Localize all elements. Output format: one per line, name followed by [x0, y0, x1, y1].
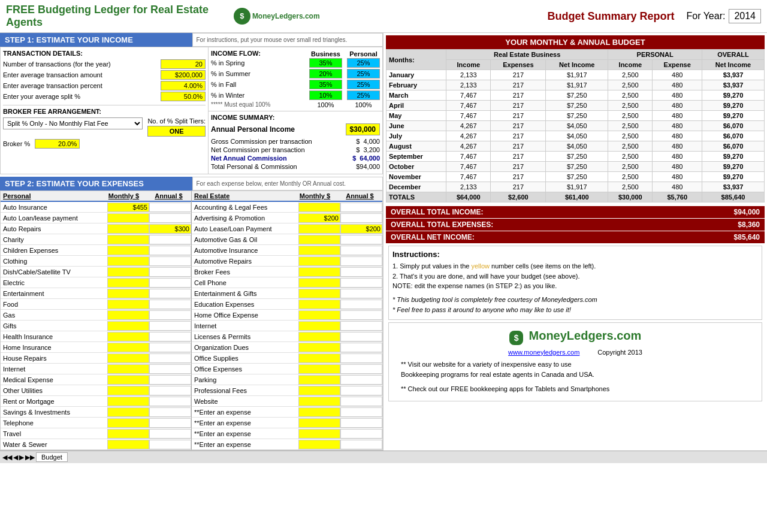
re-expense-monthly-input[interactable] — [298, 386, 340, 395]
expense-monthly-input[interactable] — [107, 224, 149, 234]
re-expense-annual-input[interactable] — [340, 310, 382, 320]
expense-monthly-input[interactable] — [107, 332, 149, 341]
re-expense-annual-input[interactable] — [340, 300, 382, 309]
expense-monthly-input[interactable] — [107, 418, 149, 428]
expense-monthly-input[interactable] — [107, 289, 149, 298]
re-expense-monthly-input[interactable] — [298, 418, 340, 428]
expense-monthly-input[interactable] — [107, 213, 149, 223]
re-expense-annual-input[interactable] — [340, 289, 382, 298]
expense-monthly-input[interactable] — [107, 256, 149, 266]
re-expense-annual-input[interactable] — [340, 267, 382, 277]
expense-monthly-input[interactable] — [107, 364, 149, 374]
nav-fwd-icon[interactable]: ▶ — [19, 454, 24, 461]
expense-annual-input[interactable] — [149, 289, 191, 298]
re-expense-annual-input[interactable] — [340, 235, 382, 244]
re-expense-monthly-input[interactable] — [298, 364, 340, 374]
trans-value-1[interactable]: 20 — [161, 59, 206, 69]
expense-monthly-input[interactable] — [107, 407, 149, 417]
re-expense-annual-input[interactable] — [340, 418, 382, 428]
trans-value-4[interactable]: 50.0% — [161, 92, 206, 101]
expense-monthly-input[interactable] — [107, 202, 149, 212]
re-expense-monthly-input[interactable] — [298, 310, 340, 320]
re-expense-annual-input[interactable] — [340, 386, 382, 395]
re-expense-annual-input[interactable] — [340, 256, 382, 266]
re-expense-monthly-input[interactable] — [298, 429, 340, 439]
re-expense-monthly-input[interactable] — [298, 213, 340, 223]
expense-annual-input[interactable] — [149, 224, 191, 234]
nav-last-icon[interactable]: ▶▶ — [25, 454, 35, 461]
fall-personal[interactable]: 25% — [347, 80, 380, 89]
expense-annual-input[interactable] — [149, 397, 191, 406]
re-expense-annual-input[interactable] — [340, 224, 382, 234]
re-expense-monthly-input[interactable] — [298, 300, 340, 309]
expense-monthly-input[interactable] — [107, 429, 149, 439]
expense-annual-input[interactable] — [149, 278, 191, 288]
re-expense-annual-input[interactable] — [340, 440, 382, 449]
broker-fee-dropdown[interactable]: Split % Only - No Monthly Flat Fee — [3, 117, 143, 129]
re-expense-monthly-input[interactable] — [298, 321, 340, 331]
expense-annual-input[interactable] — [149, 246, 191, 255]
expense-annual-input[interactable] — [149, 418, 191, 428]
re-expense-monthly-input[interactable] — [298, 202, 340, 212]
re-expense-annual-input[interactable] — [340, 202, 382, 212]
expense-monthly-input[interactable] — [107, 343, 149, 352]
expense-monthly-input[interactable] — [107, 246, 149, 255]
expense-monthly-input[interactable] — [107, 397, 149, 406]
re-expense-annual-input[interactable] — [340, 353, 382, 363]
broker-pct-value[interactable]: 20.0% — [35, 139, 80, 149]
re-expense-annual-input[interactable] — [340, 375, 382, 385]
expense-monthly-input[interactable] — [107, 321, 149, 331]
expense-annual-input[interactable] — [149, 332, 191, 341]
re-expense-annual-input[interactable] — [340, 343, 382, 352]
expense-monthly-input[interactable] — [107, 235, 149, 244]
re-expense-annual-input[interactable] — [340, 407, 382, 417]
re-expense-monthly-input[interactable] — [298, 278, 340, 288]
re-expense-monthly-input[interactable] — [298, 267, 340, 277]
re-expense-annual-input[interactable] — [340, 364, 382, 374]
sheet-tab-budget[interactable]: Budget — [36, 452, 68, 462]
spring-business[interactable]: 35% — [309, 58, 342, 68]
expense-annual-input[interactable] — [149, 235, 191, 244]
nav-prev-icon[interactable]: ◀◀ — [2, 454, 12, 461]
expense-annual-input[interactable] — [149, 213, 191, 223]
summer-business[interactable]: 20% — [309, 69, 342, 78]
trans-value-2[interactable]: $200,000 — [161, 70, 206, 80]
expense-monthly-input[interactable] — [107, 300, 149, 309]
re-expense-monthly-input[interactable] — [298, 289, 340, 298]
nav-back-icon[interactable]: ◀ — [13, 454, 18, 461]
re-expense-annual-input[interactable] — [340, 397, 382, 406]
re-expense-monthly-input[interactable] — [298, 407, 340, 417]
expense-monthly-input[interactable] — [107, 310, 149, 320]
expense-annual-input[interactable] — [149, 267, 191, 277]
re-expense-annual-input[interactable] — [340, 429, 382, 439]
expense-annual-input[interactable] — [149, 386, 191, 395]
re-expense-monthly-input[interactable] — [298, 440, 340, 449]
expense-annual-input[interactable] — [149, 310, 191, 320]
logo-url[interactable]: www.moneyledgers.com — [508, 349, 579, 356]
re-expense-monthly-input[interactable] — [298, 397, 340, 406]
re-expense-monthly-input[interactable] — [298, 332, 340, 341]
summer-personal[interactable]: 25% — [347, 69, 380, 78]
expense-monthly-input[interactable] — [107, 353, 149, 363]
winter-business[interactable]: 10% — [309, 90, 342, 100]
expense-annual-input[interactable] — [149, 364, 191, 374]
expense-monthly-input[interactable] — [107, 386, 149, 395]
expense-annual-input[interactable] — [149, 256, 191, 266]
expense-monthly-input[interactable] — [107, 278, 149, 288]
expense-annual-input[interactable] — [149, 300, 191, 309]
re-expense-monthly-input[interactable] — [298, 375, 340, 385]
re-expense-annual-input[interactable] — [340, 213, 382, 223]
expense-annual-input[interactable] — [149, 407, 191, 417]
re-expense-monthly-input[interactable] — [298, 353, 340, 363]
winter-personal[interactable]: 25% — [347, 90, 380, 100]
expense-annual-input[interactable] — [149, 429, 191, 439]
re-expense-annual-input[interactable] — [340, 246, 382, 255]
expense-monthly-input[interactable] — [107, 375, 149, 385]
spring-personal[interactable]: 25% — [347, 58, 380, 68]
re-expense-monthly-input[interactable] — [298, 256, 340, 266]
re-expense-monthly-input[interactable] — [298, 235, 340, 244]
re-expense-monthly-input[interactable] — [298, 224, 340, 234]
expense-annual-input[interactable] — [149, 202, 191, 212]
expense-annual-input[interactable] — [149, 353, 191, 363]
re-expense-monthly-input[interactable] — [298, 246, 340, 255]
